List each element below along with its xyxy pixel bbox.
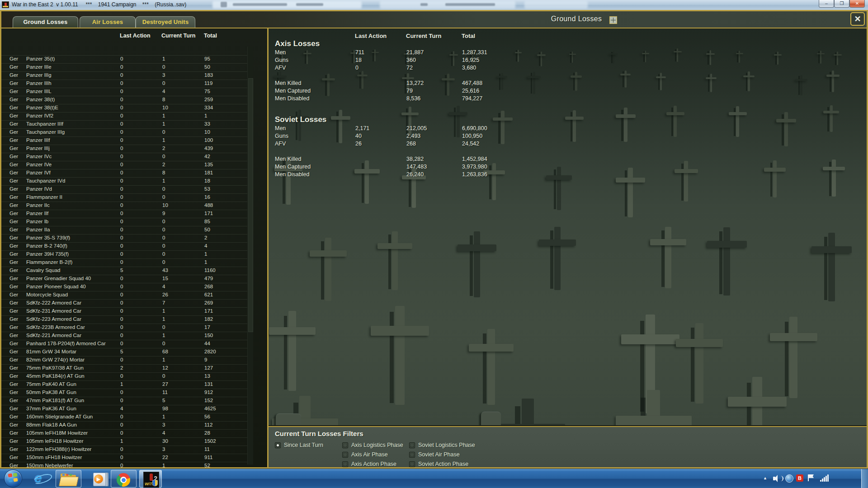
table-row[interactable]: GerSdKfz-223 Armored Car01182 — [1, 315, 248, 324]
table-row[interactable]: GerPanzer IIIj02439 — [1, 145, 248, 153]
cell-ger: Ger — [9, 113, 18, 118]
network-sync-icon[interactable] — [785, 474, 793, 483]
antivirus-icon[interactable]: B — [796, 474, 803, 482]
network-signal-icon[interactable] — [820, 474, 830, 482]
table-row[interactable]: Ger45mm PaK184(r) AT Gun0013 — [1, 372, 248, 380]
table-scrollbar[interactable] — [247, 47, 253, 465]
table-row[interactable]: Ger37mm PaK36 AT Gun4984625 — [1, 405, 248, 413]
checkbox-soviet-air-phase[interactable] — [409, 452, 415, 458]
cell-ct: 0 — [162, 251, 165, 257]
table-row[interactable]: GerPanzer 35-S 739(f)002 — [1, 234, 248, 242]
cell-ct: 68 — [162, 349, 168, 354]
summary-current-turn: 21,887 — [406, 49, 424, 56]
table-row[interactable]: Ger75mm PaK40 AT Gun127131 — [1, 380, 248, 389]
tab-ground-losses[interactable]: Ground Losses — [13, 16, 78, 28]
table-row[interactable]: Ger105mm leFH18M Howitzer0428 — [1, 429, 248, 437]
table-row[interactable]: GerPanzer 35(t)0195 — [1, 55, 248, 63]
close-button[interactable]: ✕ — [849, 0, 865, 8]
table-row[interactable]: Ger47mm PaK181(f) AT Gun05152 — [1, 397, 248, 405]
cell-tot: 127 — [204, 365, 213, 371]
table-row[interactable]: GerPanzer IIf09171 — [1, 210, 248, 218]
checkbox-axis-action-phase[interactable] — [342, 461, 348, 467]
table-row[interactable]: GerPanzer IIIg03183 — [1, 71, 248, 80]
cell-ct: 22 — [162, 455, 168, 460]
table-row[interactable]: GerPanzer 38(t)E010334 — [1, 104, 248, 112]
cell-ger: Ger — [9, 438, 18, 444]
summary-last-action: 26 — [355, 141, 362, 147]
cell-name: Panzer IIIh — [26, 80, 52, 86]
media-player-icon[interactable]: ▶ — [89, 470, 109, 488]
checkbox-axis-logistics-phase[interactable] — [342, 442, 348, 448]
table-row[interactable]: GerPanzer Grenadier Squad 40015479 — [1, 275, 248, 283]
minimize-button[interactable]: – — [819, 0, 834, 8]
tab-air-losses[interactable]: Air Losses — [80, 16, 136, 28]
volume-icon[interactable] — [773, 474, 784, 483]
checkbox-label: Axis Logistics Phase — [351, 442, 403, 448]
screen-close-button[interactable]: ✕ — [850, 12, 865, 26]
table-row[interactable]: GerPanzer IIa0050 — [1, 226, 248, 234]
radio-since-last-turn[interactable] — [275, 442, 281, 448]
table-row[interactable]: Ger88mm Flak18 AA Gun03112 — [1, 421, 248, 429]
table-row[interactable]: GerPanzer Ib0085 — [1, 218, 248, 226]
table-row[interactable]: Ger75mm PaK97/38 AT Gun212127 — [1, 364, 248, 372]
internet-explorer-icon[interactable]: e — [34, 471, 52, 486]
table-row[interactable]: GerTauchpanzer IIIg0010 — [1, 128, 248, 136]
table-row[interactable]: GerCavalry Squad5431160 — [1, 267, 248, 275]
cell-tot: 259 — [204, 97, 213, 102]
restore-button[interactable]: ❐ — [834, 0, 849, 8]
table-row[interactable]: GerTauchpanzer IVd0118 — [1, 177, 248, 185]
cell-tot: 10 — [204, 129, 210, 135]
table-row[interactable]: GerPanzer IVf2011 — [1, 112, 248, 120]
table-row[interactable]: Ger150mm sFH18 Howitzer022911 — [1, 454, 248, 462]
checkbox-soviet-action-phase[interactable] — [409, 461, 415, 467]
table-row[interactable]: Ger160mm Stielgranade AT Gun0156 — [1, 413, 248, 421]
table-row[interactable]: GerFlammpanzer B-2(f)001 — [1, 258, 248, 267]
table-row[interactable]: GerPanzer Pioneer Squad 4004268 — [1, 283, 248, 291]
summary-total: 16,925 — [462, 57, 479, 63]
table-row[interactable]: GerSdKfz-222 Armored Car07269 — [1, 299, 248, 307]
show-desktop-button[interactable] — [861, 469, 868, 488]
table-row[interactable]: Ger122mm leFH388(r) Howitzer0311 — [1, 446, 248, 454]
table-row[interactable]: GerSdKfz-231 Armored Car01171 — [1, 307, 248, 315]
start-button-icon[interactable] — [4, 469, 22, 488]
table-row[interactable]: GerPanzer IVc0042 — [1, 153, 248, 161]
table-row[interactable]: GerPanzer 39H 735(f)001 — [1, 250, 248, 258]
chart-icon[interactable] — [609, 16, 617, 24]
table-row[interactable]: GerPanzer IIIL0475 — [1, 88, 248, 96]
table-row[interactable]: GerFlammpanzer II0016 — [1, 193, 248, 202]
table-row[interactable]: GerPanzer IIc010488 — [1, 202, 248, 210]
table-row[interactable]: Ger50mm PaK38 AT Gun011912 — [1, 389, 248, 397]
action-center-flag-icon[interactable] — [808, 474, 809, 481]
cell-name: 75mm PaK97/38 AT Gun — [26, 365, 84, 371]
table-row[interactable]: GerPanzer 38(t)08259 — [1, 96, 248, 104]
table-row[interactable]: GerPanzer IVf08181 — [1, 169, 248, 177]
cell-la: 0 — [120, 145, 123, 151]
table-row[interactable]: Ger81mm GrW 34 Mortar5682820 — [1, 348, 248, 356]
table-row[interactable]: Ger105mm leFH18 Howitzer1301502 — [1, 437, 248, 446]
wite2-taskbar-button[interactable]: 2WiTE — [139, 470, 162, 488]
table-row[interactable]: GerPanzer IIIh00119 — [1, 80, 248, 88]
chrome-taskbar-button[interactable] — [111, 470, 137, 488]
table-row[interactable]: GerPanzer IIIf01100 — [1, 136, 248, 145]
checkbox-soviet-logistics-phase[interactable] — [409, 442, 415, 448]
windows-explorer-taskbar-button[interactable] — [56, 470, 81, 488]
cell-name: Tauchpanzer IIIg — [26, 129, 65, 135]
table-row[interactable]: GerPanzer IVe02135 — [1, 161, 248, 169]
tab-destroyed-units[interactable]: Destroyed Units — [136, 16, 195, 28]
table-row[interactable]: GerMotorcycle Squad026621 — [1, 291, 248, 299]
table-row[interactable]: GerPanzer IIIe0050 — [1, 63, 248, 71]
hidden-icons-arrow[interactable]: ▲ — [763, 476, 767, 480]
cell-la: 0 — [120, 446, 123, 452]
cell-tot: 75 — [204, 89, 210, 94]
table-row[interactable]: GerTauchpanzer IIIf0133 — [1, 120, 248, 128]
table-row[interactable]: GerSdKfz-223B Armored Car0017 — [1, 324, 248, 332]
table-row[interactable]: GerPanhard 178-P204(f) Armored Car0044 — [1, 340, 248, 348]
cell-ger: Ger — [9, 389, 18, 395]
table-row[interactable]: GerSdKfz-221 Armored Car01150 — [1, 332, 248, 340]
table-row[interactable]: GerPanzer IVd0053 — [1, 185, 248, 193]
table-row[interactable]: Ger82mm GrW 274(r) Mortar019 — [1, 356, 248, 364]
checkbox-axis-air-phase[interactable] — [342, 452, 348, 458]
cell-ger: Ger — [9, 105, 18, 110]
scrollbar-thumb[interactable] — [248, 78, 253, 332]
table-row[interactable]: GerPanzer B-2 740(f)004 — [1, 242, 248, 250]
